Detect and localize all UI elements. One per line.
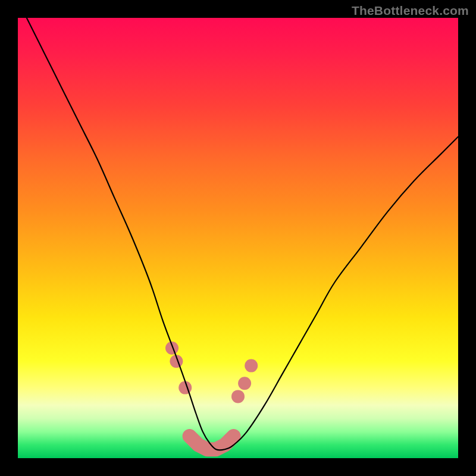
plot-area [18,18,458,458]
marker-dot [238,377,251,390]
chart-frame: TheBottleneck.com [0,0,476,476]
marker-dot [231,390,245,403]
marker-dot [245,359,258,372]
marker-group [165,342,258,403]
curve-layer [18,18,458,458]
watermark-text: TheBottleneck.com [352,4,469,18]
valley-band [190,436,234,449]
